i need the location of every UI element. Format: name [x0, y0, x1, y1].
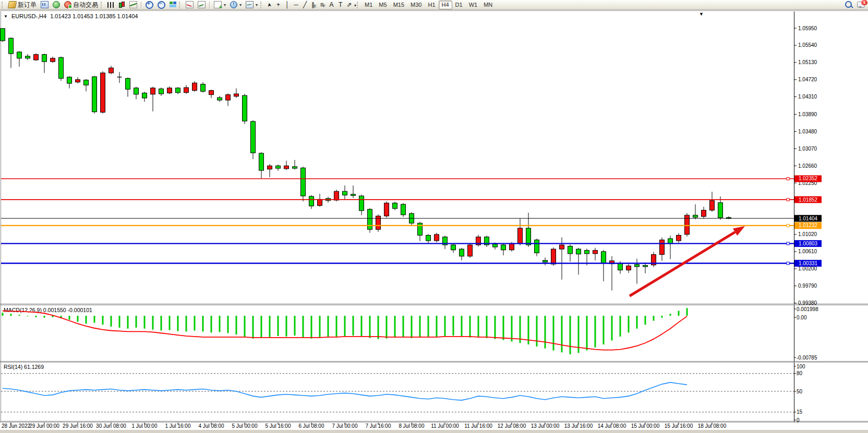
tool-horizontal-line-button[interactable]: ─ — [292, 0, 300, 9]
candle-body — [51, 58, 55, 61]
zoom-in-icon — [146, 1, 153, 9]
tool-trendline-button[interactable]: ╱ — [300, 0, 309, 9]
indicator-window-button[interactable] — [196, 1, 208, 9]
time-tick-label: 5 Jul 00:00 — [232, 423, 258, 429]
tool-equidistant-channel-button[interactable]: ∥E — [309, 0, 318, 9]
candle-body — [243, 95, 247, 121]
timeframe-button-M5[interactable]: M5 — [376, 1, 390, 9]
price-badge-label: 1.00803 — [799, 241, 818, 246]
auto-trading-icon — [64, 1, 71, 8]
price-tick-label: 1.03890 — [798, 112, 817, 117]
indicator-list-button[interactable] — [184, 1, 196, 9]
candle-body — [176, 88, 180, 93]
time-tick-label: 1 Jul 00:00 — [132, 423, 158, 429]
zoom-out-icon — [158, 1, 165, 9]
tile-windows-icon — [170, 2, 176, 8]
time-tick-label: 7 Jul 16:00 — [366, 423, 391, 429]
tool-text-button[interactable]: A — [327, 0, 336, 9]
rsi-label: RSI(14) 61.1269 — [4, 364, 44, 370]
candle-body — [526, 228, 531, 245]
timeframe-button-M30[interactable]: M30 — [407, 1, 425, 9]
candle-body — [293, 167, 297, 168]
tool-arrows-button[interactable]: ⇗ — [345, 0, 354, 9]
text-icon: A — [330, 1, 334, 8]
candle-body — [226, 95, 231, 100]
candle-body — [42, 55, 47, 62]
price-tick-label: 1.05130 — [798, 59, 817, 65]
chart-area[interactable]: 1.059501.055401.051301.047201.043101.038… — [0, 0, 868, 433]
timeframe-button-M15[interactable]: M15 — [390, 1, 407, 9]
candle-body — [184, 88, 189, 93]
line-chart-button[interactable] — [127, 1, 139, 9]
search-icon[interactable] — [845, 1, 852, 8]
candle-body — [460, 249, 464, 256]
period-button[interactable]: ▾ — [228, 1, 244, 9]
chart-title-collapse-icon[interactable]: ▼ — [4, 14, 8, 19]
navigator-button[interactable] — [51, 1, 62, 9]
chevron-down-icon: ▾ — [224, 3, 226, 7]
candle-body — [685, 215, 690, 234]
timeframe-button-W1[interactable]: W1 — [466, 1, 481, 9]
tile-windows-button[interactable] — [167, 1, 178, 9]
time-tick-label: 1 Jul 16:00 — [165, 423, 191, 429]
new-order-button[interactable]: 新订单 — [6, 1, 39, 9]
timeframe-button-MN[interactable]: MN — [480, 1, 496, 9]
price-tick-label: 0.99380 — [798, 300, 817, 306]
candle-body — [668, 239, 673, 244]
zoom-in-button[interactable] — [143, 1, 155, 9]
price-tick-label: 0.99790 — [798, 283, 817, 289]
hline-handle[interactable] — [787, 177, 789, 180]
timeframe-button-M1[interactable]: M1 — [361, 1, 376, 9]
tool-vertical-line-button[interactable]: │ — [283, 0, 292, 9]
chart-menu-marker: ▼ — [699, 11, 704, 17]
vertical-line-icon: │ — [285, 1, 290, 8]
new-chart-button[interactable]: ▾ — [212, 1, 228, 9]
chart-title-symbol: EURUSD-,H4 — [11, 13, 46, 19]
hline-handle[interactable] — [787, 199, 789, 201]
timeframe-button-H1[interactable]: H1 — [425, 1, 438, 9]
crosshair-icon: + — [276, 1, 280, 8]
notifications-icon[interactable]: 1 — [857, 2, 865, 8]
chevron-down-icon: ▾ — [239, 3, 242, 7]
candle-body — [59, 57, 64, 78]
template-button[interactable]: ▾ — [244, 1, 260, 9]
trendline-icon: ╱ — [303, 1, 307, 8]
candle-body — [76, 80, 80, 82]
zoom-out-button[interactable] — [155, 1, 167, 9]
hline-handle[interactable] — [787, 262, 789, 265]
candlestick-chart-button[interactable] — [116, 1, 127, 9]
tool-fibonacci-button[interactable]: ≡F — [318, 0, 327, 9]
candle-body — [593, 250, 598, 253]
time-tick-label: 15 Jul 16:00 — [665, 423, 693, 429]
candle-body — [510, 244, 514, 250]
hline-handle[interactable] — [787, 224, 789, 227]
time-tick-label: 14 Jul 08:00 — [598, 423, 626, 429]
arrows-icon: ⇗ — [347, 1, 352, 8]
hline-handle[interactable] — [787, 242, 789, 245]
price-tick-label: 1.04310 — [798, 94, 817, 100]
candle-body — [201, 84, 206, 92]
auto-trading-button[interactable]: 自动交易 — [62, 1, 100, 9]
bar-chart-button[interactable] — [105, 1, 116, 9]
time-tick-label: 7 Jul 00:00 — [332, 423, 358, 429]
chevron-down-icon: ▾ — [256, 3, 258, 7]
timeframe-button-D1[interactable]: D1 — [452, 1, 466, 9]
candle-body — [134, 88, 139, 94]
time-tick-label: 5 Jul 16:00 — [266, 423, 291, 429]
new-order-icon — [8, 1, 17, 8]
market-watch-button[interactable] — [39, 1, 51, 9]
tool-cursor-button[interactable]: ➤ — [265, 1, 274, 9]
tool-crosshair-button[interactable]: + — [274, 0, 283, 9]
tool-text-label-button[interactable]: T — [336, 0, 345, 9]
candle-body — [501, 245, 506, 250]
window-bottom-edge — [0, 429, 868, 433]
candle-body — [251, 121, 256, 153]
time-tick-label: 30 Jun 08:00 — [96, 423, 126, 429]
timeframe-button-H4[interactable]: H4 — [439, 1, 452, 9]
market-watch-icon — [41, 1, 49, 8]
time-tick-label: 11 Jul 16:00 — [464, 423, 492, 429]
candle-body — [693, 215, 698, 217]
auto-trading-label: 自动交易 — [73, 1, 98, 9]
candlestick-chart-icon — [118, 2, 125, 8]
candle-body — [568, 246, 573, 253]
